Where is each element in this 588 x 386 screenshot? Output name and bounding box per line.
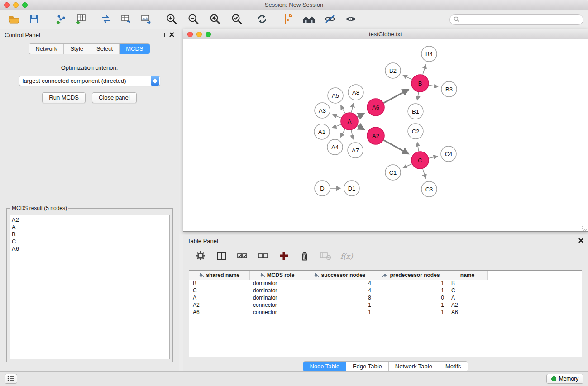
graph-edge-C-C3[interactable] — [423, 169, 426, 178]
graph-node-label: C — [418, 157, 422, 164]
import-table-button[interactable] — [74, 13, 88, 26]
graph-edge-A-A8[interactable] — [351, 103, 353, 112]
network-view-window: testGlobe.txt B4B2BB3A5A8A6B1A3AC2A1A2A4… — [183, 29, 588, 232]
column-header-successor-nodes[interactable]: successor nodes — [305, 271, 375, 280]
close-panel-icon[interactable] — [169, 31, 174, 39]
network-canvas[interactable]: B4B2BB3A5A8A6B1A3AC2A1A2A4A7C4CC1C3DD1 — [183, 39, 588, 231]
tab-mcds[interactable]: MCDS — [119, 44, 149, 54]
function-builder-button[interactable]: f(x) — [340, 250, 353, 262]
open-session-button[interactable] — [7, 13, 21, 26]
run-mcds-button[interactable]: Run MCDS — [42, 92, 86, 103]
gear-icon — [195, 250, 206, 262]
list-item[interactable]: A6 — [12, 245, 167, 253]
graph-edge-A-A4[interactable] — [340, 129, 345, 137]
home-button[interactable] — [302, 13, 316, 26]
export-table-button[interactable] — [120, 13, 133, 26]
clone-network-button[interactable] — [100, 13, 113, 26]
graph-edge-A2-C[interactable] — [384, 140, 409, 154]
list-item[interactable]: A — [12, 224, 167, 231]
memory-status-icon — [551, 376, 556, 381]
add-column-button[interactable] — [278, 250, 290, 262]
double-arrow-icon — [100, 14, 112, 26]
list-icon — [7, 375, 14, 383]
column-header-name[interactable]: name — [448, 271, 487, 280]
zoom-fit-icon — [209, 13, 221, 26]
resize-grip[interactable] — [582, 225, 587, 231]
tab-network[interactable]: Network — [29, 44, 63, 54]
trash-icon — [299, 250, 310, 262]
control-panel-title: Control Panel — [5, 32, 161, 38]
save-session-button[interactable] — [27, 13, 41, 26]
graph-node-label: B3 — [445, 86, 453, 93]
graph-node-label: A1 — [318, 129, 325, 135]
graph-edge-A-A5[interactable] — [341, 105, 345, 113]
mcds-result-list[interactable]: A2 A B C A6 — [10, 215, 170, 359]
select-all-button[interactable] — [236, 250, 248, 262]
graph-edge-A-A3[interactable] — [333, 114, 341, 118]
graph-edge-B-B3[interactable] — [429, 85, 438, 87]
tab-style[interactable]: Style — [63, 44, 90, 54]
network-window-titlebar[interactable]: testGlobe.txt — [183, 29, 588, 39]
table-row[interactable]: Adominator80A — [189, 294, 582, 301]
network-window-title: testGlobe.txt — [183, 31, 588, 38]
network-graph[interactable]: B4B2BB3A5A8A6B1A3AC2A1A2A4A7C4CC1C3DD1 — [183, 39, 588, 231]
search-input[interactable] — [462, 17, 579, 23]
graph-edge-B-B2[interactable] — [403, 76, 412, 80]
zoom-selected-button[interactable] — [230, 13, 244, 26]
zoom-in-button[interactable] — [165, 13, 178, 26]
unselect-all-button[interactable] — [257, 250, 269, 262]
optimization-criterion-label: Optimization criterion: — [0, 64, 179, 71]
graph-edge-B-B4[interactable] — [423, 65, 426, 75]
eye-icon — [344, 14, 357, 25]
status-bar: Memory — [0, 371, 588, 386]
split-column-button[interactable] — [215, 250, 227, 262]
tab-edge-table[interactable]: Edge Table — [346, 362, 388, 372]
graph-edge-C-C4[interactable] — [429, 156, 438, 158]
zoom-fit-button[interactable] — [208, 13, 222, 26]
graph-edge-A-A7[interactable] — [351, 130, 353, 139]
node-table[interactable]: shared name MCDS role successor nodes pr… — [189, 270, 582, 357]
import-network-button[interactable] — [54, 13, 68, 26]
apply-layout-button[interactable] — [255, 13, 269, 26]
mcds-result-fieldset: MCDS result (5 nodes) A2 A B C A6 — [6, 205, 173, 362]
list-item[interactable]: B — [12, 231, 167, 238]
graph-edge-C-C2[interactable] — [417, 143, 419, 152]
table-row[interactable]: Bdominator41B — [189, 280, 582, 287]
dropdown-stepper-icon — [151, 76, 159, 86]
image-arrow-icon — [140, 13, 152, 26]
column-header-predecessor-nodes[interactable]: predecessor nodes — [375, 271, 448, 280]
task-history-button[interactable] — [5, 374, 17, 384]
float-table-panel-icon[interactable] — [570, 239, 574, 243]
table-row[interactable]: A2connector11A2 — [189, 301, 582, 309]
tab-network-table[interactable]: Network Table — [388, 362, 439, 372]
graph-edge-A-A1[interactable] — [332, 124, 341, 128]
table-row[interactable]: A6connector11A6 — [189, 309, 582, 316]
close-panel-button[interactable]: Close panel — [92, 92, 137, 103]
column-header-mcds-role[interactable]: MCDS role — [249, 271, 305, 280]
float-panel-icon[interactable] — [161, 33, 165, 37]
column-header-shared-name[interactable]: shared name — [189, 271, 249, 280]
table-row[interactable]: Cdominator41C — [189, 287, 582, 294]
graph-edge-A-A2[interactable] — [358, 126, 364, 129]
list-item[interactable]: A2 — [12, 216, 167, 224]
graph-node-label: B4 — [425, 51, 433, 57]
hide-graphics-details-button[interactable] — [323, 13, 337, 26]
graph-edge-B-B1[interactable] — [417, 92, 419, 100]
graph-edge-A-A6[interactable] — [358, 114, 364, 117]
tab-select[interactable]: Select — [90, 44, 119, 54]
close-table-panel-icon[interactable] — [578, 237, 583, 245]
list-item[interactable]: C — [12, 238, 167, 245]
export-image-button[interactable] — [139, 13, 153, 26]
show-graphics-details-button[interactable] — [344, 13, 358, 26]
criterion-dropdown[interactable]: largest connected component (directed) — [19, 76, 160, 86]
zoom-out-button[interactable] — [186, 13, 200, 26]
graph-edge-A6-B[interactable] — [384, 90, 409, 103]
graph-edge-C-C1[interactable] — [403, 164, 412, 168]
tab-motifs[interactable]: Motifs — [439, 362, 468, 372]
memory-label: Memory — [559, 376, 578, 382]
table-settings-button[interactable] — [195, 250, 206, 262]
import-document-button[interactable] — [282, 13, 295, 26]
tab-node-table[interactable]: Node Table — [303, 362, 346, 372]
delete-column-button[interactable] — [299, 250, 311, 262]
memory-button[interactable]: Memory — [546, 374, 583, 384]
